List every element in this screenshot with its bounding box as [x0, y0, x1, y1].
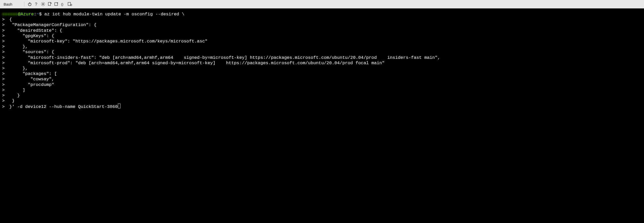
shell-selector[interactable]: Bash	[2, 2, 21, 7]
new-session-icon[interactable]	[54, 2, 59, 6]
svg-line-8	[42, 3, 42, 3]
prompt-symbol: $	[39, 12, 42, 17]
terminal-cursor	[118, 104, 120, 108]
cloud-shell-toolbar: Bash ? {}	[0, 0, 644, 8]
svg-rect-17	[68, 2, 70, 5]
svg-rect-12	[48, 2, 51, 5]
help-icon[interactable]: ?	[34, 2, 39, 6]
web-preview-icon[interactable]	[67, 2, 72, 6]
upload-file-icon[interactable]	[47, 2, 52, 6]
svg-text:?: ?	[35, 2, 37, 6]
prompt-path: ~	[36, 12, 39, 17]
shell-selector-label: Bash	[4, 2, 12, 6]
settings-gear-icon[interactable]	[41, 2, 45, 6]
continuation-block: > { > "PackageManagerConfiguration": { >…	[2, 17, 642, 104]
continuation-prompt: >	[2, 104, 7, 109]
svg-line-10	[42, 5, 42, 6]
command-last-line: }' -d device12 --hub-name QuickStart-386…	[7, 104, 118, 109]
svg-line-9	[44, 5, 45, 6]
command-line-0: az iot hub module-twin update -m osconfi…	[42, 12, 185, 17]
toolbar-divider	[24, 2, 24, 7]
svg-point-3	[43, 4, 44, 5]
prompt-sep: :	[34, 12, 36, 17]
prompt-user: xxxxxx	[2, 12, 18, 17]
svg-line-11	[44, 3, 45, 3]
svg-text:{}: {}	[61, 2, 64, 6]
power-icon[interactable]	[27, 2, 32, 6]
editor-braces-icon[interactable]: {}	[61, 2, 65, 6]
terminal-pane[interactable]: xxxxxx@Azure:~$ az iot hub module-twin u…	[0, 8, 644, 223]
prompt-host: @Azure	[18, 12, 34, 17]
